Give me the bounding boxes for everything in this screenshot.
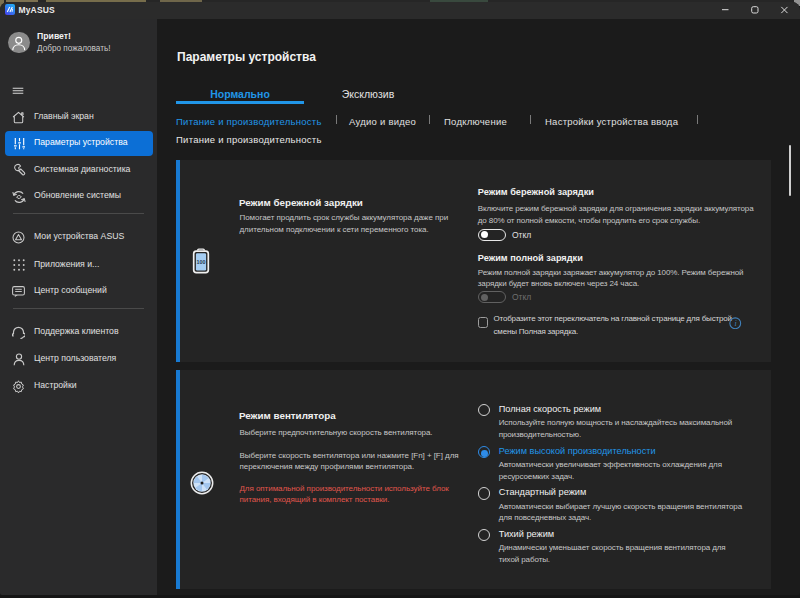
svg-text:100: 100: [197, 259, 206, 265]
svg-text:i: i: [735, 319, 737, 328]
